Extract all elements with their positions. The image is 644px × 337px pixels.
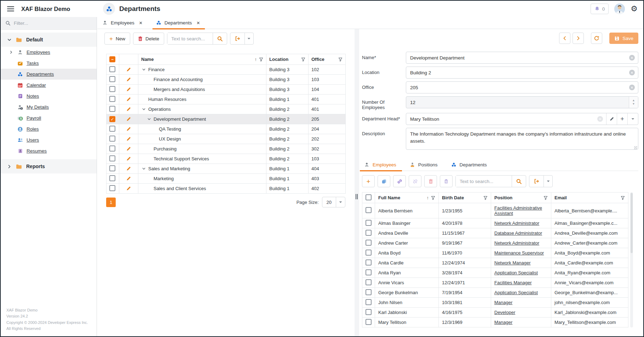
sidebar-item-notes[interactable]: Notes — [1, 91, 97, 102]
column-header-full-name[interactable]: Full Name↑ — [375, 193, 439, 203]
position-link[interactable]: Database Administrator — [494, 230, 542, 236]
settings-gear-icon[interactable]: ⚙ — [631, 5, 638, 13]
sidebar-item-resumes[interactable]: Resumes — [1, 145, 97, 156]
add-lookup-button[interactable]: + — [617, 113, 627, 125]
sidebar-item-payroll[interactable]: $ Payroll — [1, 113, 97, 124]
edit-button[interactable] — [119, 85, 138, 95]
table-row[interactable]: Anita Cardle 12/24/1974 Network Manager … — [362, 258, 628, 268]
edit-button[interactable] — [119, 164, 138, 174]
edit-button[interactable] — [119, 144, 138, 154]
filter-input[interactable] — [14, 21, 85, 26]
table-row[interactable]: Operations Building 2 401 — [107, 104, 346, 114]
department-head-input[interactable] — [406, 116, 597, 122]
column-header-position[interactable]: Position — [491, 193, 551, 203]
close-icon[interactable]: ✕ — [196, 21, 200, 25]
table-row[interactable]: UX Design Building 2 202 — [107, 134, 346, 144]
number-spinner[interactable]: ▲▼ — [629, 97, 638, 108]
location-input[interactable] — [406, 70, 629, 75]
table-row[interactable]: Mergers and Acquisitions Building 3 104 — [107, 85, 346, 95]
sidebar-item-tasks[interactable]: Tasks — [1, 58, 97, 69]
row-checkbox[interactable] — [109, 136, 115, 142]
row-checkbox[interactable] — [366, 319, 372, 325]
sidebar-item-employees[interactable]: Employees — [1, 47, 97, 58]
scrollbar-thumb[interactable] — [631, 193, 633, 253]
row-checkbox[interactable] — [109, 145, 115, 152]
row-checkbox[interactable] — [366, 240, 372, 246]
edit-button[interactable] — [119, 95, 138, 104]
row-checkbox[interactable] — [366, 207, 372, 213]
position-link[interactable]: Network Administrator — [494, 240, 539, 246]
table-row[interactable]: QA Testing Building 2 204 — [107, 124, 346, 134]
chevron-right-icon[interactable] — [8, 50, 14, 54]
splitter-grip[interactable] — [356, 194, 358, 199]
page-button-1[interactable]: 1 — [106, 198, 116, 207]
edit-button[interactable] — [119, 184, 138, 194]
position-link[interactable]: Developer — [494, 310, 515, 315]
nested-search-input[interactable] — [456, 176, 512, 187]
row-checkbox[interactable] — [109, 66, 115, 72]
tab-employees[interactable]: Employees ✕ — [102, 17, 143, 29]
new-button[interactable]: + New — [104, 33, 130, 45]
filter-icon[interactable] — [259, 57, 263, 62]
office-input[interactable] — [406, 85, 629, 90]
pane-splitter[interactable] — [355, 29, 359, 336]
filter-icon[interactable] — [483, 196, 488, 200]
position-link[interactable]: Network Manager — [494, 260, 531, 265]
row-checkbox[interactable] — [109, 175, 115, 181]
table-row[interactable]: Andrew Carter 9/19/1967 Network Administ… — [362, 238, 628, 248]
row-checkbox[interactable] — [109, 76, 115, 82]
column-header-office[interactable]: Office — [309, 54, 346, 65]
export-dropdown-button[interactable] — [544, 176, 552, 187]
row-checkbox[interactable] — [366, 279, 372, 285]
column-header-birth-date[interactable]: Birth Date — [439, 193, 491, 203]
name-input[interactable] — [406, 55, 629, 61]
edit-button[interactable] — [119, 75, 138, 85]
row-checkbox[interactable] — [109, 126, 115, 132]
filter-icon[interactable] — [544, 196, 548, 200]
table-row[interactable]: Finance and Accounting Building 3 103 — [107, 75, 346, 85]
tab-departments[interactable]: Departments ✕ — [156, 17, 200, 29]
notifications-button[interactable]: 0 — [591, 4, 609, 14]
filter-icon[interactable] — [431, 196, 435, 200]
sidebar-item-roles[interactable]: Roles — [1, 124, 97, 135]
row-checkbox[interactable] — [366, 309, 372, 315]
position-link[interactable]: Application Specialist — [494, 290, 538, 295]
row-checkbox[interactable] — [366, 269, 372, 275]
column-header-email[interactable]: Email — [551, 193, 628, 203]
page-size-select[interactable]: 20 — [322, 197, 345, 207]
row-checkbox[interactable] — [366, 299, 372, 305]
table-row[interactable]: Alberta Berntsen 1/23/1955 Facilities Ad… — [362, 203, 628, 218]
collapse-arrow-icon[interactable] — [141, 68, 146, 72]
employees-count-input[interactable] — [406, 100, 629, 105]
table-row[interactable]: Human Resources Building 1 401 — [107, 95, 346, 104]
sidebar-item-users[interactable]: Users — [1, 135, 97, 145]
column-header-location[interactable]: Location — [266, 54, 309, 65]
search-button[interactable] — [213, 33, 227, 44]
row-checkbox[interactable] — [366, 289, 372, 295]
add-button[interactable]: + — [362, 175, 375, 187]
scrollbar-track[interactable] — [630, 192, 633, 327]
select-all-checkbox[interactable] — [366, 194, 372, 200]
chevron-down-icon[interactable] — [336, 197, 345, 207]
edit-button[interactable] — [119, 134, 138, 144]
table-row[interactable]: Marketing Building 1 403 — [107, 174, 346, 184]
save-button[interactable]: Save — [609, 33, 638, 44]
edit-button[interactable] — [119, 124, 138, 134]
export-dropdown-button[interactable] — [245, 33, 253, 44]
hamburger-menu-icon[interactable] — [7, 5, 14, 13]
table-row[interactable]: Finance Building 3 102 — [107, 65, 346, 75]
open-dropdown-button[interactable] — [627, 113, 638, 125]
table-row[interactable]: Sales and Client Services Building 1 402 — [107, 184, 346, 194]
edit-button[interactable] — [119, 65, 138, 75]
table-row[interactable]: Almas Basinger 4/20/1978 Network Adminis… — [362, 218, 628, 228]
row-checkbox[interactable] — [109, 165, 115, 171]
collapse-arrow-icon[interactable] — [141, 167, 146, 171]
detail-tab-employees[interactable]: Employees — [364, 159, 396, 171]
row-checkbox[interactable] — [109, 155, 115, 161]
nav-group-reports[interactable]: Reports — [1, 159, 97, 173]
search-input[interactable] — [167, 33, 213, 44]
table-row[interactable]: Sales and Marketing Building 1 404 — [107, 164, 346, 174]
clear-icon[interactable]: ✕ — [629, 85, 635, 90]
row-checkbox[interactable] — [366, 259, 372, 265]
export-button[interactable] — [230, 33, 245, 44]
